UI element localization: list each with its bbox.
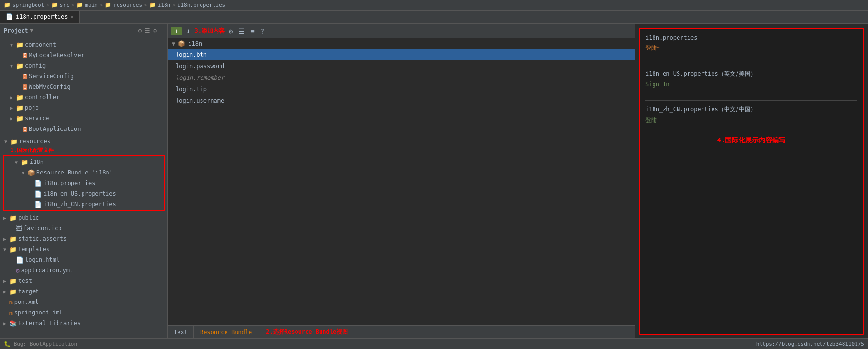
- sidebar: Project ▼ ⚙ ☰ ⚙ — ▼ 📁 component C MyLoca…: [0, 24, 168, 338]
- resources-section: ▼ 📁 resources 1.国际化配置文件 ▼ 📁 i18n ▼ 📦: [1, 136, 166, 211]
- tree-item-pojo[interactable]: ▶ 📁 pojo: [0, 103, 167, 113]
- folder-icon: 📁: [10, 138, 18, 145]
- key-list: login.btn login.password login.remember …: [168, 49, 635, 325]
- tab-text[interactable]: Text: [168, 326, 194, 338]
- tree-item-resources[interactable]: ▼ 📁 resources: [1, 136, 166, 147]
- tree-item-springboot-iml[interactable]: m springboot.iml: [0, 307, 167, 318]
- tab-resource-bundle[interactable]: Resource Bundle: [194, 326, 258, 338]
- tree-item-pom-xml[interactable]: m pom.xml: [0, 297, 167, 307]
- tree-item-static-asserts[interactable]: ▶ 📁 static.asserts: [0, 233, 167, 244]
- settings-icon[interactable]: ⚙: [227, 27, 234, 35]
- tree-label: pojo: [25, 105, 39, 111]
- main-layout: Project ▼ ⚙ ☰ ⚙ — ▼ 📁 component C MyLoca…: [0, 24, 868, 338]
- html-icon: 📄: [16, 256, 24, 264]
- breadcrumb-sep-3: >: [100, 2, 103, 8]
- key-item-login-remember[interactable]: login.remember: [168, 72, 635, 83]
- key-label: login.password: [176, 63, 224, 70]
- folder-icon: 📁: [9, 278, 17, 285]
- add-key-button[interactable]: +: [171, 27, 182, 35]
- tree-item-favicon[interactable]: 🖼 favicon.ico: [0, 223, 167, 233]
- tree-item-mylocaleresolver[interactable]: C MyLocaleResolver: [0, 50, 167, 60]
- align-icon[interactable]: ☰: [237, 27, 246, 35]
- tree-item-target[interactable]: ▶ 📁 target: [0, 286, 167, 297]
- debug-icon: 🐛: [4, 341, 11, 347]
- preview-value-default: 登陆~: [645, 44, 857, 52]
- tree-item-config[interactable]: ▼ 📁 config: [0, 60, 167, 71]
- tree-item-service[interactable]: ▶ 📁 service: [0, 113, 167, 124]
- sidebar-sync-icon[interactable]: ⚙: [138, 27, 142, 34]
- tab-i18n-properties[interactable]: 📄 i18n.properties ✕: [0, 11, 80, 23]
- divider-2: [645, 100, 857, 101]
- tree-item-test[interactable]: ▶ 📁 test: [0, 276, 167, 286]
- tree-label: application.yml: [21, 267, 73, 274]
- tree-item-templates[interactable]: ▼ 📁 templates: [0, 244, 167, 255]
- breadcrumb-folder-icon-2: 📁: [51, 2, 58, 8]
- breadcrumb-main[interactable]: main: [85, 2, 98, 8]
- tree-item-component[interactable]: ▼ 📁 component: [0, 39, 167, 50]
- tree-item-bootapplication[interactable]: C BootApplication: [0, 124, 167, 134]
- preview-section-default: i18n.properties 登陆~: [645, 35, 857, 52]
- tree-item-webmvcconfig[interactable]: C WebMvcConfig: [0, 81, 167, 92]
- tree-item-public[interactable]: ▶ 📁 public: [0, 212, 167, 223]
- tree-item-i18n-properties[interactable]: 📄 i18n.properties: [5, 178, 163, 188]
- status-bar: 🐛 Bug: BootApplication https://blog.csdn…: [0, 338, 868, 349]
- tree-label: component: [25, 41, 56, 48]
- java-icon: C: [23, 84, 27, 90]
- tree-label: public: [18, 214, 39, 221]
- breadcrumb-folder-icon-5: 📁: [149, 2, 156, 8]
- preview-section-zh-cn: i18n_zh_CN.properties（中文/中国） 登陆: [645, 105, 857, 125]
- breadcrumb-src[interactable]: src: [60, 2, 70, 8]
- tree-item-i18n-zh-cn[interactable]: 📄 i18n_zh_CN.properties: [5, 199, 163, 209]
- key-item-login-password[interactable]: login.password: [168, 60, 635, 72]
- tree-label: controller: [25, 94, 59, 101]
- folder-icon: 📁: [9, 214, 17, 221]
- tree-item-external-libraries[interactable]: ▶ 📚 External Libraries: [0, 318, 167, 328]
- align2-icon[interactable]: ≡: [249, 27, 256, 35]
- breadcrumb-resources[interactable]: resources: [113, 2, 142, 8]
- folder-icon: 📁: [9, 288, 17, 295]
- tree-label: service: [25, 115, 49, 122]
- sidebar-settings-icon[interactable]: ⚙: [153, 27, 157, 34]
- bundle-name-row: ▼ 📦 i18n: [168, 38, 635, 49]
- sidebar-minimize-icon[interactable]: —: [160, 27, 164, 34]
- tab-close-icon[interactable]: ✕: [71, 14, 73, 19]
- debug-label: Bug: BootApplication: [14, 341, 77, 347]
- tree-label: config: [25, 62, 46, 69]
- divider-1: [645, 65, 857, 65]
- tree-label: External Libraries: [18, 320, 81, 326]
- key-item-login-tip[interactable]: login.tip: [168, 83, 635, 95]
- tree-label: i18n: [30, 159, 44, 165]
- key-item-login-btn[interactable]: login.btn: [168, 49, 635, 60]
- key-item-login-username[interactable]: login.username: [168, 95, 635, 106]
- breadcrumb-file[interactable]: i18n.properties: [178, 2, 225, 8]
- tree-label: i18n_en_US.properties: [43, 190, 116, 197]
- annotation-4-label: 4.国际化展示内容编写: [645, 136, 857, 145]
- arrow-icon: ▶: [2, 321, 8, 326]
- breadcrumb-springboot[interactable]: springboot: [12, 2, 44, 8]
- folder-icon: 📚: [9, 320, 17, 327]
- tree-item-resource-bundle[interactable]: ▼ 📦 Resource Bundle 'i18n': [5, 167, 163, 178]
- tree-label: WebMvcConfig: [29, 83, 71, 90]
- folder-icon: 📁: [9, 235, 17, 243]
- breadcrumb-sep-2: >: [71, 2, 75, 8]
- key-label: login.tip: [176, 86, 207, 93]
- yml-icon: ⚙: [16, 267, 20, 274]
- breadcrumb-i18n[interactable]: i18n: [158, 2, 171, 8]
- help-icon[interactable]: ?: [259, 27, 266, 35]
- folder-icon: 📁: [21, 159, 28, 166]
- preview-panel: i18n.properties 登陆~ i18n_en_US.propertie…: [639, 28, 864, 335]
- tab-icon: 📄: [6, 13, 13, 20]
- tree-item-controller[interactable]: ▶ 📁 controller: [0, 92, 167, 103]
- tab-label: i18n.properties: [16, 13, 68, 20]
- tree-item-i18n-en-us[interactable]: 📄 i18n_en_US.properties: [5, 188, 163, 199]
- sidebar-layout-icon[interactable]: ☰: [144, 27, 150, 34]
- tab-text-label: Text: [174, 329, 188, 336]
- tree-item-login-html[interactable]: 📄 login.html: [0, 255, 167, 265]
- tree-label: BootApplication: [29, 126, 81, 132]
- java-icon: C: [23, 74, 27, 79]
- tree-item-i18n[interactable]: ▼ 📁 i18n: [5, 157, 163, 167]
- tree-item-serviceconfig[interactable]: C ServiceConfig: [0, 71, 167, 81]
- sort-icon[interactable]: ⬇: [185, 27, 191, 35]
- tree-item-application-yml[interactable]: ⚙ application.yml: [0, 265, 167, 276]
- sidebar-dropdown-arrow[interactable]: ▼: [30, 27, 34, 34]
